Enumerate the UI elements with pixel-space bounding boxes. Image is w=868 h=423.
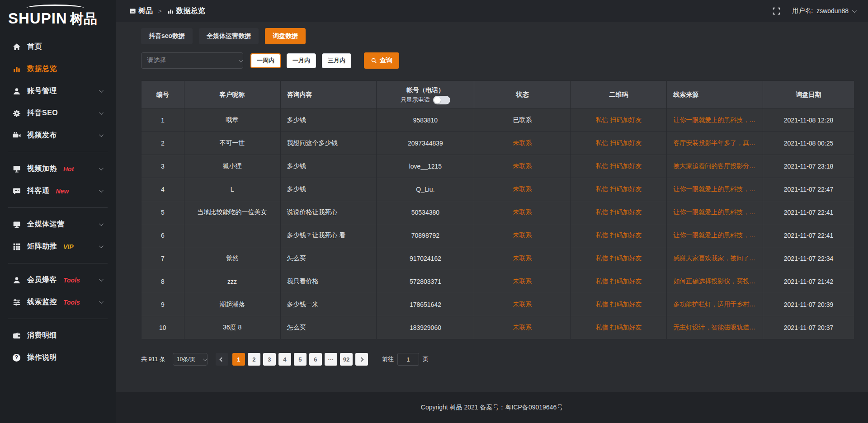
cell-source[interactable]: 无主灯设计，智能磁吸轨道灯... (667, 316, 763, 339)
chevron-down-icon (239, 58, 243, 62)
breadcrumb-separator: > (158, 8, 162, 14)
page-size-value: 10条/页 (173, 356, 203, 363)
cell-date: 2021-11-08 12:28 (763, 109, 854, 132)
user-menu[interactable]: 用户名: zswodun88 (792, 7, 855, 15)
breadcrumb: 树品 > 数据总览 (129, 6, 205, 16)
range-button-month[interactable]: 一月内 (287, 53, 316, 68)
sidebar: SHUPIN 树品 首页数据总览账号管理抖音SEO视频发布视频加热Hot抖客通N… (0, 0, 116, 423)
username-value: zswodun88 (816, 7, 849, 14)
sidebar-item-member-baoke[interactable]: 会员爆客Tools (0, 269, 116, 291)
fullscreen-icon[interactable] (773, 7, 780, 15)
page-button-4[interactable]: 4 (278, 353, 291, 366)
cell-content: 多少钱？让我死心 看 (280, 224, 377, 247)
cell-qrcode[interactable]: 私信 扫码加好友 (571, 201, 667, 224)
cell-status: 未联系 (474, 293, 571, 316)
cell-id: 9 (142, 293, 184, 316)
chevron-down-icon (99, 166, 104, 170)
cell-qrcode[interactable]: 私信 扫码加好友 (571, 316, 667, 339)
cell-source[interactable]: 让你一眼就爱上的黑科技，能... (667, 224, 763, 247)
cell-source[interactable]: 如何正确选择投影仪，买投影... (667, 270, 763, 293)
sidebar-item-douyin-seo[interactable]: 抖音SEO (0, 102, 116, 124)
page-button-92[interactable]: 92 (340, 353, 353, 366)
copyright-text: Copyright 树品 2021 备案号：粤ICP备09019646号 (421, 404, 563, 412)
sidebar-item-consumption-detail[interactable]: 消费明细 (0, 324, 116, 347)
sidebar-item-clue-monitor[interactable]: 线索监控Tools (0, 291, 116, 313)
cell-source[interactable]: 让你一眼就爱上的黑科技，能... (667, 201, 763, 224)
page-button-1[interactable]: 1 (232, 353, 245, 366)
cell-qrcode[interactable]: 私信 扫码加好友 (571, 224, 667, 247)
account-select[interactable]: 请选择 (141, 52, 243, 69)
col-qrcode: 二维码 (571, 81, 667, 109)
cell-content: 多少钱 (280, 109, 377, 132)
sidebar-item-label: 抖音SEO (27, 108, 58, 118)
cell-source[interactable]: 客厅安装投影半年多了，真实... (667, 132, 763, 155)
cell-qrcode[interactable]: 私信 扫码加好友 (571, 270, 667, 293)
chevron-down-icon (99, 221, 104, 226)
chevron-down-icon (852, 8, 857, 13)
sidebar-item-label: 抖客通 (27, 186, 50, 196)
cell-qrcode[interactable]: 私信 扫码加好友 (571, 155, 667, 178)
phone-only-toggle[interactable] (433, 96, 450, 104)
video-icon (13, 132, 21, 140)
sidebar-item-label: 账号管理 (27, 86, 57, 96)
sidebar-item-operation-guide[interactable]: ?操作说明 (0, 347, 116, 369)
cell-source[interactable]: 让你一眼就爱上的黑科技，能... (667, 178, 763, 201)
inquiry-table: 编号客户昵称咨询内容帐号（电话）只显示电话状态二维码线索来源询盘日期 1哦章多少… (141, 80, 854, 339)
cell-account: 572803371 (377, 270, 474, 293)
cell-content: 多少钱 (280, 155, 377, 178)
cell-content: 我只看价格 (280, 270, 377, 293)
tab-omni-media-data[interactable]: 全媒体运营数据 (199, 28, 259, 44)
chart-icon (13, 65, 21, 73)
cell-account: 2097344839 (377, 132, 474, 155)
cell-nickname: L (184, 178, 280, 201)
page-size-select[interactable]: 10条/页 (173, 353, 208, 366)
sidebar-item-data-overview[interactable]: 数据总览 (0, 58, 116, 80)
col-status: 状态 (474, 81, 571, 109)
tab-inquiry-data[interactable]: 询盘数据 (265, 28, 306, 44)
sidebar-item-video-publish[interactable]: 视频发布 (0, 124, 116, 146)
prev-page-button[interactable] (216, 353, 228, 366)
cell-qrcode[interactable]: 私信 扫码加好友 (571, 293, 667, 316)
logo-text-cn: 树品 (70, 10, 97, 28)
page-button-2[interactable]: 2 (248, 353, 260, 366)
grid-icon (13, 243, 21, 251)
range-button-week[interactable]: 一周内 (250, 53, 281, 68)
cell-source[interactable]: 让你一眼就爱上的黑科技，能... (667, 109, 763, 132)
sidebar-item-omni-media[interactable]: 全媒体运营 (0, 213, 116, 235)
cell-qrcode[interactable]: 私信 扫码加好友 (571, 247, 667, 270)
cell-date: 2021-11-07 22:34 (763, 247, 854, 270)
next-page-button[interactable] (355, 353, 368, 366)
page-button-5[interactable]: 5 (294, 353, 307, 366)
cell-status: 未联系 (474, 132, 571, 155)
breadcrumb-root[interactable]: 树品 (129, 6, 153, 16)
query-button[interactable]: 查询 (364, 52, 399, 69)
cell-account: 9583810 (377, 109, 474, 132)
range-button-quarter[interactable]: 三月内 (322, 53, 351, 68)
tab-douyin-seo-data[interactable]: 抖音seo数据 (141, 28, 193, 44)
cell-source[interactable]: 被大家追着问的客厅投影分享... (667, 155, 763, 178)
cell-qrcode[interactable]: 私信 扫码加好友 (571, 132, 667, 155)
pagination-total: 共 911 条 (141, 355, 165, 363)
table-row: 3狐小狸多少钱love__1215未联系私信 扫码加好友被大家追着问的客厅投影分… (142, 155, 854, 178)
cell-content: 我想问这个多少钱 (280, 132, 377, 155)
cell-nickname: 不可一世 (184, 132, 280, 155)
cell-account: Q_Liu. (377, 178, 474, 201)
cell-source[interactable]: 感谢大家喜欢我家，被问了好... (667, 247, 763, 270)
page-button-3[interactable]: 3 (263, 353, 276, 366)
goto-label: 前往 (382, 355, 394, 363)
sidebar-item-account-management[interactable]: 账号管理 (0, 80, 116, 102)
chevron-down-icon (99, 88, 104, 93)
cell-id: 7 (142, 247, 184, 270)
sidebar-item-matrix-boost[interactable]: 矩阵助推VIP (0, 235, 116, 258)
page-button-6[interactable]: 6 (309, 353, 322, 366)
cell-nickname: zzz (184, 270, 280, 293)
cell-source[interactable]: 多功能护栏灯，适用于乡村文... (667, 293, 763, 316)
sidebar-item-home[interactable]: 首页 (0, 36, 116, 58)
sidebar-item-douketong[interactable]: 抖客通New (0, 180, 116, 202)
sidebar-item-video-heating[interactable]: 视频加热Hot (0, 158, 116, 180)
breadcrumb-current[interactable]: 数据总览 (167, 6, 205, 16)
pager-ellipsis[interactable]: ··· (325, 353, 337, 366)
goto-page-input[interactable] (397, 353, 419, 366)
cell-qrcode[interactable]: 私信 扫码加好友 (571, 178, 667, 201)
cell-qrcode[interactable]: 私信 扫码加好友 (571, 109, 667, 132)
